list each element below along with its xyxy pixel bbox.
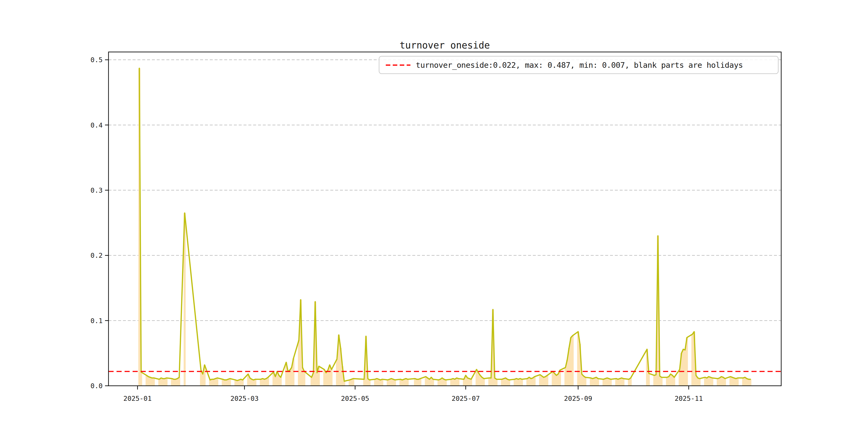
daily-turnover-bar — [229, 378, 231, 386]
daily-turnover-bar — [628, 379, 630, 386]
daily-turnover-bar — [619, 378, 621, 386]
daily-turnover-bar — [381, 379, 383, 386]
daily-turnover-bar — [149, 377, 151, 386]
daily-turnover-bar — [151, 378, 153, 386]
daily-turnover-bar — [581, 374, 583, 386]
turnover-chart: turnover oneside 0.00.10.20.30.40.5 2025… — [0, 0, 868, 434]
daily-turnover-bar — [158, 379, 160, 386]
daily-turnover-bar — [655, 375, 657, 386]
daily-turnover-bar — [554, 373, 555, 386]
daily-turnover-bar — [622, 378, 624, 386]
legend-label: turnover_oneside:0.022, max: 0.487, min:… — [416, 61, 743, 70]
daily-turnover-bar — [521, 379, 523, 386]
daily-turnover-bar — [501, 379, 503, 386]
daily-turnover-bar — [470, 379, 472, 386]
daily-turnover-bar — [419, 378, 421, 386]
daily-turnover-bar — [541, 376, 543, 386]
daily-turnover-bar — [572, 336, 574, 386]
daily-turnover-bar — [706, 378, 708, 386]
daily-turnover-bar — [659, 376, 661, 386]
daily-turnover-bar — [336, 359, 338, 386]
daily-turnover-bar — [202, 374, 204, 386]
daily-turnover-bar — [733, 378, 735, 386]
daily-turnover-bar — [253, 380, 254, 386]
chart-title: turnover oneside — [399, 40, 490, 51]
daily-turnover-bar — [699, 378, 701, 386]
daily-turnover-bar — [287, 371, 289, 386]
daily-turnover-bar — [380, 380, 381, 386]
daily-turnover-bar — [173, 379, 175, 386]
daily-turnover-bar — [387, 380, 389, 386]
daily-turnover-bar — [439, 379, 441, 386]
daily-turnover-bar — [390, 378, 392, 386]
daily-turnover-bar — [389, 379, 390, 386]
y-tick-label: 0.3 — [91, 186, 103, 194]
daily-turnover-bar — [216, 378, 218, 386]
daily-turnover-bar — [267, 377, 269, 386]
daily-turnover-bar — [369, 380, 371, 386]
daily-turnover-bar — [528, 377, 530, 386]
legend: turnover_oneside:0.022, max: 0.487, min:… — [379, 56, 778, 74]
daily-turnover-bar — [720, 377, 722, 386]
daily-turnover-bar — [260, 379, 262, 386]
daily-turnover-bar — [363, 379, 365, 386]
daily-turnover-bar — [280, 377, 282, 386]
daily-turnover-bar — [730, 377, 732, 386]
daily-turnover-bar — [352, 378, 354, 386]
daily-turnover-bar — [414, 378, 416, 386]
daily-turnover-bar — [153, 378, 155, 386]
daily-turnover-bar — [742, 378, 744, 386]
daily-turnover-bar — [403, 379, 405, 386]
daily-turnover-bar — [265, 378, 267, 386]
daily-turnover-bar — [590, 378, 592, 386]
daily-turnover-bar — [488, 378, 490, 386]
daily-turnover-bar — [506, 379, 508, 386]
daily-turnover-bar — [530, 378, 532, 386]
daily-turnover-bar — [178, 377, 180, 386]
daily-turnover-bar — [264, 379, 265, 386]
daily-turnover-bar — [583, 376, 585, 386]
daily-turnover-bar — [503, 378, 505, 386]
daily-turnover-bar — [177, 378, 179, 386]
daily-turnover-bar — [140, 372, 142, 386]
daily-turnover-bar — [517, 379, 519, 386]
daily-turnover-bar — [376, 378, 378, 386]
daily-turnover-bar — [432, 379, 434, 386]
daily-turnover-bar — [251, 379, 253, 386]
x-tick-label: 2025-01 — [124, 395, 152, 402]
x-tick-label: 2025-05 — [341, 395, 369, 402]
daily-turnover-bar — [610, 379, 612, 386]
daily-turnover-bar — [483, 378, 485, 386]
daily-turnover-bar — [564, 368, 566, 386]
daily-turnover-bar — [597, 378, 599, 386]
daily-turnover-bar — [532, 378, 534, 386]
daily-turnover-bar — [718, 378, 720, 386]
daily-turnover-bar — [343, 381, 345, 386]
daily-turnover-bar — [227, 379, 229, 386]
daily-turnover-bar — [543, 377, 545, 386]
daily-turnover-bar — [164, 378, 165, 386]
daily-turnover-bar — [147, 377, 149, 386]
daily-turnover-bar — [608, 378, 610, 386]
daily-turnover-bar — [240, 379, 242, 386]
daily-turnover-bar — [468, 378, 470, 386]
y-tick-label: 0.0 — [91, 382, 103, 390]
daily-turnover-bar — [175, 379, 177, 386]
daily-turnover-bar — [303, 371, 305, 386]
daily-turnover-bar — [225, 380, 227, 386]
y-tick-label: 0.5 — [91, 56, 103, 64]
daily-turnover-bar — [222, 379, 224, 386]
daily-turnover-bar — [735, 378, 737, 386]
daily-turnover-bar — [291, 368, 292, 386]
daily-turnover-bar — [454, 379, 456, 386]
daily-turnover-bar — [274, 377, 276, 386]
daily-turnover-bar — [394, 380, 396, 386]
daily-turnover-bar — [691, 334, 693, 386]
daily-turnover-bar — [209, 380, 211, 386]
daily-turnover-bar — [445, 380, 446, 386]
daily-turnover-bar — [519, 378, 521, 386]
daily-turnover-bar — [684, 350, 686, 386]
daily-turnover-bar — [724, 378, 726, 386]
daily-turnover-bar — [682, 349, 684, 386]
daily-turnover-bar — [546, 375, 548, 386]
